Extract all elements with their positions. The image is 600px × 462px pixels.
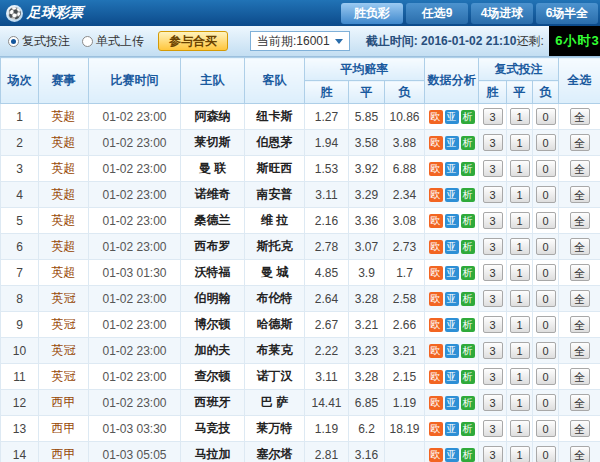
asia-handicap-icon[interactable]: 亚 [445, 110, 459, 124]
europe-odds-icon[interactable]: 欧 [429, 318, 443, 332]
select-all-button[interactable]: 全 [570, 420, 590, 437]
bet-lose-button[interactable]: 0 [536, 186, 556, 203]
match-analysis-icon[interactable]: 析 [461, 292, 475, 306]
bet-draw-button[interactable]: 1 [510, 342, 530, 359]
bet-lose-button[interactable]: 0 [536, 108, 556, 125]
bet-win-button[interactable]: 3 [483, 290, 503, 307]
europe-odds-icon[interactable]: 欧 [429, 396, 443, 410]
select-all-button[interactable]: 全 [570, 108, 590, 125]
select-all-button[interactable]: 全 [570, 446, 590, 462]
match-analysis-icon[interactable]: 析 [461, 188, 475, 202]
current-period-select[interactable]: 当前期:16001 [250, 31, 350, 51]
europe-odds-icon[interactable]: 欧 [429, 214, 443, 228]
bet-draw-button[interactable]: 1 [510, 134, 530, 151]
bet-lose-button[interactable]: 0 [536, 160, 556, 177]
bet-win-button[interactable]: 3 [483, 316, 503, 333]
bet-win-button[interactable]: 3 [483, 420, 503, 437]
match-analysis-icon[interactable]: 析 [461, 318, 475, 332]
tab-6-match-half-full[interactable]: 6场半全 [536, 3, 598, 24]
bet-draw-button[interactable]: 1 [510, 264, 530, 281]
europe-odds-icon[interactable]: 欧 [429, 240, 443, 254]
europe-odds-icon[interactable]: 欧 [429, 344, 443, 358]
bet-lose-button[interactable]: 0 [536, 212, 556, 229]
select-all-button[interactable]: 全 [570, 160, 590, 177]
bet-win-button[interactable]: 3 [483, 264, 503, 281]
select-all-button[interactable]: 全 [570, 394, 590, 411]
bet-win-button[interactable]: 3 [483, 186, 503, 203]
europe-odds-icon[interactable]: 欧 [429, 422, 443, 436]
bet-lose-button[interactable]: 0 [536, 290, 556, 307]
asia-handicap-icon[interactable]: 亚 [445, 318, 459, 332]
bet-draw-button[interactable]: 1 [510, 446, 530, 462]
bet-draw-button[interactable]: 1 [510, 238, 530, 255]
europe-odds-icon[interactable]: 欧 [429, 370, 443, 384]
bet-draw-button[interactable]: 1 [510, 316, 530, 333]
select-all-button[interactable]: 全 [570, 316, 590, 333]
bet-draw-button[interactable]: 1 [510, 212, 530, 229]
bet-lose-button[interactable]: 0 [536, 394, 556, 411]
europe-odds-icon[interactable]: 欧 [429, 188, 443, 202]
bet-draw-button[interactable]: 1 [510, 420, 530, 437]
asia-handicap-icon[interactable]: 亚 [445, 292, 459, 306]
match-analysis-icon[interactable]: 析 [461, 136, 475, 150]
match-analysis-icon[interactable]: 析 [461, 422, 475, 436]
match-analysis-icon[interactable]: 析 [461, 396, 475, 410]
asia-handicap-icon[interactable]: 亚 [445, 396, 459, 410]
asia-handicap-icon[interactable]: 亚 [445, 162, 459, 176]
asia-handicap-icon[interactable]: 亚 [445, 448, 459, 462]
bet-win-button[interactable]: 3 [483, 342, 503, 359]
match-analysis-icon[interactable]: 析 [461, 344, 475, 358]
select-all-button[interactable]: 全 [570, 238, 590, 255]
match-analysis-icon[interactable]: 析 [461, 110, 475, 124]
tab-4-match-goals[interactable]: 4场进球 [471, 3, 533, 24]
bet-lose-button[interactable]: 0 [536, 368, 556, 385]
europe-odds-icon[interactable]: 欧 [429, 136, 443, 150]
bet-win-button[interactable]: 3 [483, 446, 503, 462]
asia-handicap-icon[interactable]: 亚 [445, 422, 459, 436]
asia-handicap-icon[interactable]: 亚 [445, 188, 459, 202]
match-analysis-icon[interactable]: 析 [461, 266, 475, 280]
bet-draw-button[interactable]: 1 [510, 290, 530, 307]
europe-odds-icon[interactable]: 欧 [429, 162, 443, 176]
asia-handicap-icon[interactable]: 亚 [445, 266, 459, 280]
asia-handicap-icon[interactable]: 亚 [445, 240, 459, 254]
bet-lose-button[interactable]: 0 [536, 264, 556, 281]
select-all-button[interactable]: 全 [570, 186, 590, 203]
match-analysis-icon[interactable]: 析 [461, 370, 475, 384]
europe-odds-icon[interactable]: 欧 [429, 292, 443, 306]
bet-draw-button[interactable]: 1 [510, 160, 530, 177]
bet-lose-button[interactable]: 0 [536, 238, 556, 255]
bet-win-button[interactable]: 3 [483, 368, 503, 385]
bet-win-button[interactable]: 3 [483, 160, 503, 177]
bet-lose-button[interactable]: 0 [536, 134, 556, 151]
bet-lose-button[interactable]: 0 [536, 446, 556, 462]
europe-odds-icon[interactable]: 欧 [429, 266, 443, 280]
match-analysis-icon[interactable]: 析 [461, 448, 475, 462]
match-analysis-icon[interactable]: 析 [461, 162, 475, 176]
bet-win-button[interactable]: 3 [483, 394, 503, 411]
bet-win-button[interactable]: 3 [483, 108, 503, 125]
select-all-button[interactable]: 全 [570, 212, 590, 229]
select-all-button[interactable]: 全 [570, 342, 590, 359]
select-all-button[interactable]: 全 [570, 290, 590, 307]
bet-win-button[interactable]: 3 [483, 134, 503, 151]
bet-win-button[interactable]: 3 [483, 212, 503, 229]
europe-odds-icon[interactable]: 欧 [429, 448, 443, 462]
match-analysis-icon[interactable]: 析 [461, 214, 475, 228]
tab-pick-9[interactable]: 任选9 [406, 3, 468, 24]
join-group-buy-button[interactable]: 参与合买 [158, 31, 228, 51]
asia-handicap-icon[interactable]: 亚 [445, 136, 459, 150]
bet-lose-button[interactable]: 0 [536, 420, 556, 437]
select-all-button[interactable]: 全 [570, 368, 590, 385]
select-all-button[interactable]: 全 [570, 134, 590, 151]
select-all-button[interactable]: 全 [570, 264, 590, 281]
europe-odds-icon[interactable]: 欧 [429, 110, 443, 124]
asia-handicap-icon[interactable]: 亚 [445, 370, 459, 384]
asia-handicap-icon[interactable]: 亚 [445, 344, 459, 358]
multiple-bet-radio[interactable] [8, 36, 19, 47]
bet-draw-button[interactable]: 1 [510, 394, 530, 411]
single-upload-radio[interactable] [82, 36, 93, 47]
bet-lose-button[interactable]: 0 [536, 342, 556, 359]
bet-draw-button[interactable]: 1 [510, 186, 530, 203]
bet-win-button[interactable]: 3 [483, 238, 503, 255]
